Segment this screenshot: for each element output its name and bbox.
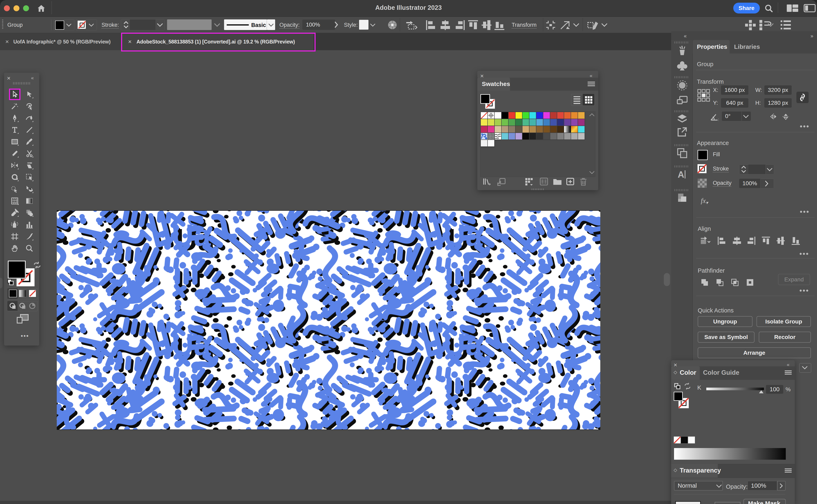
svg-text:A: A	[678, 169, 684, 180]
svg-text::: :	[718, 118, 719, 121]
